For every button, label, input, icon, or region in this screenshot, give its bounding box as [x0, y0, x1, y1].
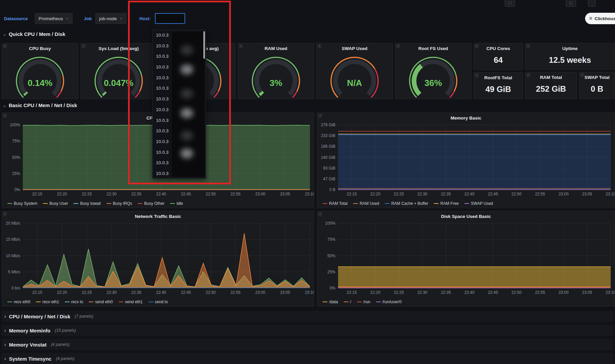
- svg-text:0%: 0%: [330, 286, 336, 290]
- svg-text:100%: 100%: [10, 123, 20, 127]
- panel-title[interactable]: RAM Total: [525, 72, 577, 82]
- svg-text:22:50: 22:50: [206, 192, 216, 196]
- menu-icon: ≡: [589, 15, 592, 21]
- legend-item[interactable]: Busy Other: [138, 201, 164, 206]
- legend-item[interactable]: RAM Used: [353, 201, 379, 206]
- host-label[interactable]: Host:: [139, 16, 151, 21]
- info-icon[interactable]: i: [526, 73, 530, 77]
- top-toolbar-icon[interactable]: [588, 0, 596, 7]
- collapsed-rows: › CPU / Memory / Net / Disk (7 panels) ›…: [2, 311, 613, 364]
- info-icon[interactable]: i: [318, 113, 322, 118]
- panel-title[interactable]: Disk Space Used Basic: [317, 211, 615, 220]
- row-system-timesync[interactable]: › System Timesync (4 panels): [2, 353, 613, 364]
- legend-item[interactable]: Busy User: [43, 201, 68, 206]
- info-icon[interactable]: i: [580, 73, 584, 77]
- panel-title[interactable]: Memory Basic: [317, 113, 615, 122]
- svg-text:50%: 50%: [12, 155, 20, 160]
- legend-item[interactable]: send lo: [149, 300, 168, 304]
- svg-text:22:45: 22:45: [181, 290, 191, 295]
- svg-text:22:45: 22:45: [488, 192, 498, 196]
- svg-text:140 GiB: 140 GiB: [321, 155, 335, 160]
- legend-item[interactable]: /: [344, 300, 351, 304]
- section-basic-cpu-mem-net-disk[interactable]: ⌄ Basic CPU / Mem / Net / Disk: [3, 102, 77, 108]
- svg-text:100%: 100%: [325, 221, 335, 226]
- clickhouse-button[interactable]: ≡ Clickhouse: [585, 13, 615, 24]
- stat-value: 49 GiB: [474, 85, 523, 94]
- legend-item[interactable]: Busy System: [7, 201, 37, 206]
- svg-text:22:45: 22:45: [181, 192, 191, 196]
- svg-text:22:35: 22:35: [131, 192, 141, 196]
- section-quick-cpu-mem-disk[interactable]: ⌄ Quick CPU / Mem / Disk: [3, 31, 65, 37]
- top-toolbar-icon[interactable]: ▢: [566, 0, 576, 7]
- svg-text:22:35: 22:35: [441, 192, 451, 196]
- info-icon[interactable]: i: [3, 44, 7, 48]
- panel-memory-basic: Memory Basic 0 B47 GiB93 GiB140 GiB186 G…: [317, 112, 615, 208]
- legend-item[interactable]: /data: [323, 300, 338, 304]
- legend-item[interactable]: /run: [357, 300, 370, 304]
- job-label[interactable]: Job: [84, 16, 92, 21]
- svg-text:22:30: 22:30: [417, 192, 427, 196]
- svg-text:22:25: 22:25: [82, 192, 92, 196]
- svg-text:25%: 25%: [327, 270, 335, 274]
- info-icon[interactable]: i: [475, 44, 479, 48]
- info-icon[interactable]: i: [396, 44, 400, 48]
- info-icon[interactable]: i: [3, 212, 7, 216]
- panel-title[interactable]: Network Traffic Basic: [2, 211, 314, 220]
- section-title: Basic CPU / Mem / Net / Disk: [9, 102, 77, 108]
- panel-title[interactable]: SWAP Total: [579, 72, 615, 82]
- info-icon[interactable]: i: [81, 44, 86, 48]
- chart-legend: /data//run/run/user/0: [317, 298, 615, 306]
- info-icon[interactable]: i: [317, 44, 322, 48]
- legend-item[interactable]: send eth0: [89, 300, 113, 304]
- disk-space-chart-canvas[interactable]: 0%25%50%75%100%22:1522:2022:2522:3022:35…: [317, 220, 615, 298]
- svg-text:22:15: 22:15: [347, 290, 357, 295]
- svg-text:23:05: 23:05: [280, 290, 290, 295]
- panel-title[interactable]: RAM Used: [238, 43, 314, 53]
- svg-text:22:35: 22:35: [441, 290, 451, 295]
- host-input[interactable]: [155, 13, 185, 24]
- legend-item[interactable]: SWAP Used: [464, 201, 493, 206]
- legend-item[interactable]: /run/user/0: [376, 300, 402, 304]
- legend-item[interactable]: Busy Iowait: [74, 201, 100, 206]
- svg-text:22:50: 22:50: [511, 192, 522, 196]
- legend-item[interactable]: RAM Cache + Buffer: [385, 201, 428, 206]
- legend-item[interactable]: recv eth0: [7, 300, 30, 304]
- panel-title[interactable]: Sys Load (5m avg): [81, 43, 157, 53]
- dropdown-scrollbar[interactable]: [203, 31, 205, 59]
- row-memory-vmstat[interactable]: › Memory Vmstat (4 panels): [2, 339, 613, 350]
- panel-title[interactable]: CPU Busy: [2, 43, 78, 53]
- panel-title[interactable]: Root FS Used: [395, 43, 471, 53]
- row-memory-meminfo[interactable]: › Memory Meminfo (15 panels): [2, 325, 613, 336]
- panel-cpu-busy: CPU Busy 0.14% i: [2, 43, 78, 99]
- datasource-value: Prometheus: [39, 16, 63, 21]
- info-icon[interactable]: i: [526, 44, 530, 48]
- info-icon[interactable]: i: [3, 113, 7, 118]
- svg-text:23:05: 23:05: [582, 290, 592, 295]
- datasource-label[interactable]: Datasource: [4, 16, 28, 21]
- svg-text:22:50: 22:50: [206, 290, 216, 295]
- datasource-picker[interactable]: Prometheus ⌄: [35, 13, 73, 24]
- panel-title[interactable]: RootFS Total: [474, 73, 523, 82]
- legend-item[interactable]: send eth1: [119, 300, 143, 304]
- svg-text:22:25: 22:25: [394, 290, 404, 295]
- info-icon[interactable]: i: [318, 212, 322, 216]
- panel-title[interactable]: CPU Cores: [474, 43, 523, 53]
- top-toolbar-icon[interactable]: ▢: [505, 0, 515, 7]
- legend-item[interactable]: Idle: [170, 201, 183, 206]
- legend-item[interactable]: recv lo: [65, 300, 83, 304]
- network-traffic-chart-canvas[interactable]: 0 b/s5 Mb/s10 Mb/s15 Mb/s20 Mb/s22:1522:…: [2, 220, 314, 298]
- memory-basic-chart-canvas[interactable]: 0 B47 GiB93 GiB140 GiB186 GiB233 GiB279 …: [317, 122, 615, 199]
- panel-title[interactable]: SWAP Used: [317, 43, 393, 53]
- legend-item[interactable]: RAM Total: [323, 201, 347, 206]
- legend-item[interactable]: RAM Free: [434, 201, 459, 206]
- svg-text:5 Mb/s: 5 Mb/s: [8, 270, 20, 274]
- row-cpu-memory-net-disk[interactable]: › CPU / Memory / Net / Disk (7 panels): [2, 311, 613, 322]
- info-icon[interactable]: i: [239, 44, 243, 48]
- svg-text:22:20: 22:20: [370, 290, 380, 295]
- legend-item[interactable]: recv eth1: [36, 300, 59, 304]
- job-picker[interactable]: job-node ⌄: [95, 13, 126, 24]
- svg-text:22:55: 22:55: [535, 192, 545, 196]
- panel-title[interactable]: Uptime: [525, 43, 615, 53]
- legend-item[interactable]: Busy IRQs: [107, 201, 132, 206]
- info-icon[interactable]: i: [475, 73, 479, 78]
